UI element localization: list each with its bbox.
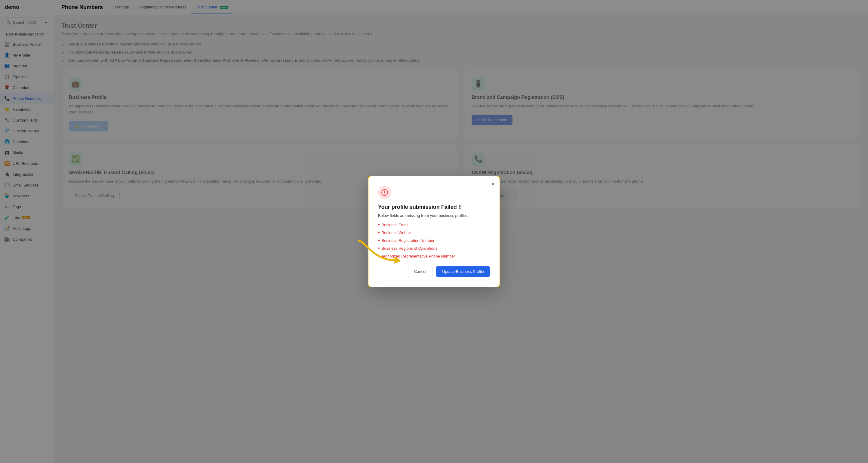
missing-fields-list: Business Email Business Website Business…: [378, 222, 490, 259]
modal-error-icon: [378, 186, 391, 199]
update-business-profile-button[interactable]: Update Business Profile: [436, 266, 490, 277]
missing-field-rep-phone: Authorized Representative Phone Number: [378, 253, 490, 259]
cancel-button[interactable]: Cancel: [408, 266, 433, 277]
modal-title: Your profile submission Failed !!: [378, 204, 490, 210]
modal-overlay: × Your profile submission Failed !! Belo…: [0, 0, 868, 463]
missing-field-business-email: Business Email: [378, 222, 490, 227]
alert-circle-icon: [381, 189, 388, 196]
modal-subtitle: Below fields are missing from your busin…: [378, 213, 490, 218]
modal-close-button[interactable]: ×: [491, 181, 495, 187]
svg-point-3: [384, 193, 385, 194]
missing-field-business-website: Business Website: [378, 230, 490, 235]
modal-actions: Cancel Update Business Profile: [378, 266, 490, 277]
failure-modal: × Your profile submission Failed !! Belo…: [368, 176, 500, 287]
missing-field-registration-number: Business Registration Number: [378, 238, 490, 243]
missing-field-regions: Business Regions of Operations: [378, 246, 490, 251]
